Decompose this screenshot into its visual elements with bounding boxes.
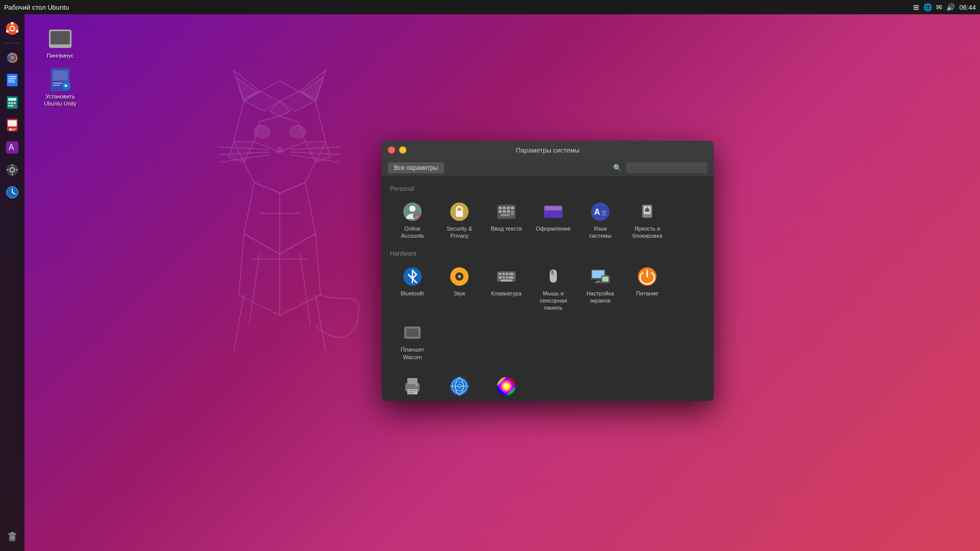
tray-clock: 06:44 bbox=[959, 4, 976, 11]
svg-rect-113 bbox=[499, 277, 502, 279]
window-title: Параметры системы bbox=[516, 146, 580, 154]
desktop-icon-pinguinus[interactable]: Пингвинус bbox=[40, 24, 81, 61]
security-label: Security &Privacy bbox=[447, 225, 472, 240]
displays-label: Настройкаэкранов bbox=[586, 290, 614, 305]
dock-item-settings[interactable] bbox=[2, 160, 22, 180]
svg-rect-90 bbox=[499, 210, 502, 213]
taskbar-right: ⊞ 🌐 ✉ 🔊 06:44 bbox=[913, 3, 976, 11]
dock-item-ubuntu[interactable] bbox=[2, 18, 22, 39]
window-toolbar: Все параметры 🔍 bbox=[382, 159, 714, 177]
settings-item-online-accounts[interactable]: ○ OnlineAccounts bbox=[390, 196, 435, 244]
window-minimize-button[interactable]: − bbox=[399, 146, 406, 154]
appearance-label: Оформление bbox=[536, 225, 571, 232]
personal-grid: ○ OnlineAccounts Security &Privacy bbox=[390, 196, 705, 244]
power-label: Питание bbox=[636, 290, 658, 297]
svg-rect-109 bbox=[499, 273, 501, 275]
svg-line-64 bbox=[218, 152, 270, 155]
svg-marker-60 bbox=[239, 234, 321, 315]
svg-rect-88 bbox=[507, 207, 510, 209]
language-label: Языксистемы bbox=[589, 225, 611, 240]
settings-item-displays[interactable]: Настройкаэкранов bbox=[578, 261, 623, 316]
svg-line-63 bbox=[218, 147, 270, 149]
svg-rect-89 bbox=[511, 207, 514, 209]
printers-label: Принтеры bbox=[399, 399, 425, 401]
desktop-icon-pinguinus-label: Пингвинус bbox=[46, 52, 74, 59]
tray-mail-icon[interactable]: ✉ bbox=[936, 3, 942, 11]
section-label-hardware: Hardware bbox=[390, 250, 705, 257]
svg-rect-86 bbox=[499, 207, 502, 209]
svg-point-2 bbox=[11, 22, 13, 24]
svg-rect-18 bbox=[11, 105, 13, 107]
displays-icon bbox=[589, 265, 611, 288]
bluetooth-icon bbox=[401, 265, 424, 288]
settings-item-bluetooth[interactable]: Bluetooth bbox=[390, 261, 435, 316]
settings-item-security[interactable]: Security &Privacy bbox=[437, 196, 482, 244]
mouse-label: Мышь исенсорнаяпанель bbox=[540, 290, 567, 312]
svg-rect-14 bbox=[8, 102, 10, 104]
settings-item-network[interactable]: Сеть bbox=[437, 371, 482, 401]
tray-globe-icon[interactable]: 🌐 bbox=[923, 3, 932, 11]
settings-item-wacom[interactable]: ПланшетWacom bbox=[390, 317, 435, 365]
svg-marker-51 bbox=[234, 70, 259, 101]
network-label: Сеть bbox=[453, 399, 465, 401]
svg-marker-59 bbox=[244, 183, 315, 254]
settings-item-language[interactable]: A文 Языксистемы bbox=[578, 196, 623, 244]
svg-line-68 bbox=[290, 155, 338, 162]
svg-rect-29 bbox=[12, 164, 13, 166]
svg-point-4 bbox=[6, 30, 9, 33]
search-input[interactable] bbox=[626, 162, 707, 173]
svg-rect-19 bbox=[14, 105, 16, 107]
svg-rect-87 bbox=[503, 207, 506, 209]
window-close-button[interactable]: ✕ bbox=[388, 146, 395, 154]
settings-item-color[interactable]: Цвет bbox=[484, 371, 529, 401]
svg-rect-91 bbox=[503, 210, 506, 213]
language-icon: A文 bbox=[589, 201, 611, 223]
settings-item-mouse[interactable]: Мышь исенсорнаяпанель bbox=[531, 261, 576, 316]
svg-line-74 bbox=[234, 295, 244, 351]
svg-rect-97 bbox=[545, 207, 561, 210]
svg-marker-73 bbox=[280, 91, 315, 111]
svg-rect-133 bbox=[408, 390, 416, 391]
svg-rect-112 bbox=[509, 273, 513, 275]
online-accounts-label: OnlineAccounts bbox=[401, 225, 424, 240]
tray-network-icon[interactable]: ⊞ bbox=[913, 3, 919, 11]
svg-rect-115 bbox=[506, 277, 508, 279]
wacom-label: ПланшетWacom bbox=[401, 346, 424, 361]
dock-item-writer[interactable] bbox=[2, 70, 22, 90]
online-accounts-icon: ○ bbox=[401, 201, 424, 223]
svg-rect-24 bbox=[12, 130, 15, 131]
settings-item-brightness[interactable]: Яркость иблокировка bbox=[625, 196, 670, 244]
dock-item-calc[interactable] bbox=[2, 92, 22, 113]
svg-rect-94 bbox=[501, 214, 510, 216]
tray-volume-icon[interactable]: 🔊 bbox=[946, 3, 955, 11]
settings-item-printers[interactable]: Принтеры bbox=[390, 371, 435, 401]
settings-item-sound[interactable]: Звук bbox=[437, 261, 482, 316]
svg-rect-30 bbox=[12, 173, 13, 176]
desktop-icon-install-unity[interactable]: Установить Ubuntu Unity bbox=[40, 65, 81, 110]
settings-item-appearance[interactable]: Оформление bbox=[531, 196, 576, 244]
taskbar-title: Рабочий стол Ubuntu bbox=[4, 4, 69, 11]
svg-rect-16 bbox=[14, 102, 16, 104]
svg-rect-37 bbox=[8, 533, 16, 535]
settings-window: ✕ − Параметры системы Все параметры 🔍 Pe… bbox=[382, 141, 714, 401]
desktop-icon-install-label: Установить Ubuntu Unity bbox=[42, 93, 79, 108]
svg-rect-129 bbox=[406, 329, 419, 337]
dock-item-clock[interactable] bbox=[2, 182, 22, 203]
desktop: Пингвинус Установить Ubuntu Unity bbox=[24, 14, 980, 551]
svg-text:○: ○ bbox=[415, 214, 418, 219]
settings-item-power[interactable]: Питание bbox=[625, 261, 670, 316]
text-input-label: Ввод текста bbox=[491, 225, 522, 232]
settings-item-text-input[interactable]: Ввод текста bbox=[484, 196, 529, 244]
all-params-button[interactable]: Все параметры bbox=[388, 162, 444, 173]
svg-text:A: A bbox=[594, 208, 600, 216]
dock-item-impress[interactable] bbox=[2, 115, 22, 135]
keyboard-icon bbox=[495, 265, 518, 288]
power-icon bbox=[636, 265, 658, 288]
dock-item-firefox[interactable] bbox=[2, 47, 22, 68]
svg-marker-69 bbox=[254, 116, 305, 152]
settings-item-keyboard[interactable]: Клавиатура bbox=[484, 261, 529, 316]
dock-item-appstore[interactable]: A bbox=[2, 137, 22, 158]
svg-line-65 bbox=[221, 155, 270, 162]
dock-item-trash[interactable] bbox=[2, 527, 22, 547]
svg-point-80 bbox=[409, 206, 415, 212]
